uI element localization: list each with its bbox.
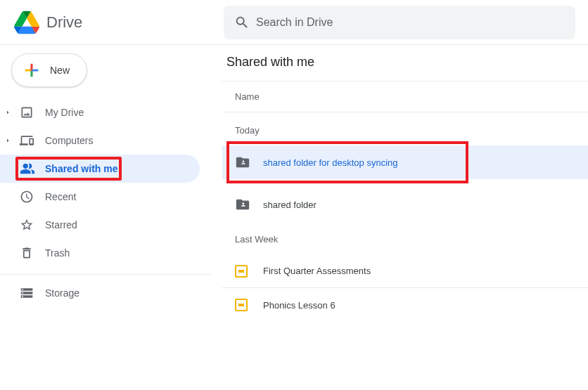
people-icon bbox=[20, 161, 45, 176]
sidebar: New My Drive Computers bbox=[0, 45, 211, 390]
sidebar-item-label: Starred bbox=[45, 219, 77, 230]
file-row-phonics[interactable]: Phonics Lesson 6 bbox=[222, 288, 588, 322]
clock-icon bbox=[15, 190, 45, 204]
divider bbox=[0, 274, 211, 275]
sidebar-item-recent[interactable]: Recent bbox=[0, 183, 200, 211]
chevron-right-icon bbox=[0, 108, 15, 117]
plus-icon bbox=[22, 60, 41, 80]
search-input[interactable] bbox=[256, 16, 571, 29]
sidebar-item-shared-with-me[interactable]: Shared with me bbox=[0, 155, 200, 183]
shared-folder-icon bbox=[235, 197, 263, 212]
section-today: Today bbox=[222, 112, 588, 145]
file-row-shared-folder-syncing[interactable]: shared folder for desktop syncing bbox=[222, 145, 588, 179]
main-content: Shared with me Name Today shared folder … bbox=[211, 45, 588, 390]
search-bar[interactable] bbox=[224, 6, 575, 39]
sidebar-item-label: Recent bbox=[45, 191, 76, 202]
file-name: First Quarter Assessments bbox=[263, 266, 371, 276]
file-name: shared folder for desktop syncing bbox=[263, 157, 398, 168]
storage-icon bbox=[0, 286, 45, 300]
logo-area[interactable]: Drive bbox=[6, 10, 224, 35]
sidebar-item-computers[interactable]: Computers bbox=[0, 126, 200, 155]
file-row-shared-folder[interactable]: shared folder bbox=[222, 188, 588, 221]
sidebar-item-starred[interactable]: Starred bbox=[0, 211, 200, 239]
shared-folder-icon bbox=[235, 155, 263, 170]
slides-file-icon bbox=[235, 265, 263, 278]
new-button[interactable]: New bbox=[11, 53, 87, 87]
app-name: Drive bbox=[46, 13, 82, 32]
app-header: Drive bbox=[0, 0, 588, 45]
slides-file-icon bbox=[235, 299, 263, 311]
sidebar-item-my-drive[interactable]: My Drive bbox=[0, 98, 200, 126]
page-title: Shared with me bbox=[222, 55, 588, 82]
sidebar-item-label: My Drive bbox=[45, 107, 84, 118]
computers-icon bbox=[15, 134, 45, 148]
sidebar-item-trash[interactable]: Trash bbox=[0, 239, 200, 267]
file-name: Phonics Lesson 6 bbox=[263, 300, 335, 311]
star-icon bbox=[15, 218, 45, 232]
sidebar-item-label: Storage bbox=[45, 287, 79, 299]
trash-icon bbox=[15, 246, 45, 260]
section-last-week: Last Week bbox=[222, 221, 588, 254]
file-row-first-quarter[interactable]: First Quarter Assessments bbox=[222, 254, 588, 288]
search-icon[interactable] bbox=[228, 15, 256, 30]
sidebar-item-label: Shared with me bbox=[45, 163, 117, 174]
annotation-highlight: Shared with me bbox=[15, 157, 122, 181]
chevron-right-icon bbox=[0, 136, 15, 145]
my-drive-icon bbox=[15, 105, 45, 119]
sidebar-item-label: Trash bbox=[45, 247, 70, 259]
drive-logo-icon bbox=[14, 10, 39, 35]
file-name: shared folder bbox=[263, 200, 317, 210]
column-header-name[interactable]: Name bbox=[222, 82, 588, 112]
sidebar-item-label: Computers bbox=[45, 135, 93, 146]
sidebar-item-storage[interactable]: Storage bbox=[0, 282, 211, 304]
new-button-label: New bbox=[50, 65, 70, 76]
